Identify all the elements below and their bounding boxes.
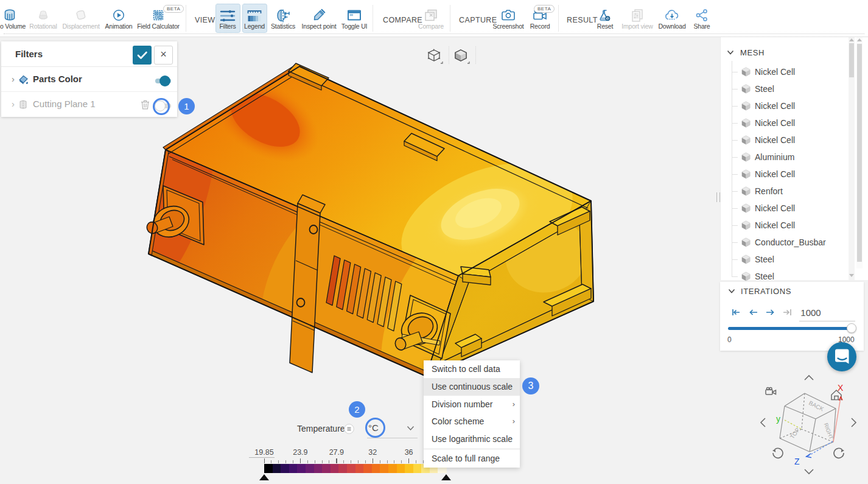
svg-text:RIGHT: RIGHT bbox=[823, 422, 835, 440]
svg-text:y: y bbox=[776, 414, 780, 424]
svg-text:BACK: BACK bbox=[808, 399, 825, 413]
svg-text:Z: Z bbox=[794, 457, 800, 466]
svg-text:TOP: TOP bbox=[789, 427, 801, 440]
svg-text:X: X bbox=[838, 383, 844, 393]
